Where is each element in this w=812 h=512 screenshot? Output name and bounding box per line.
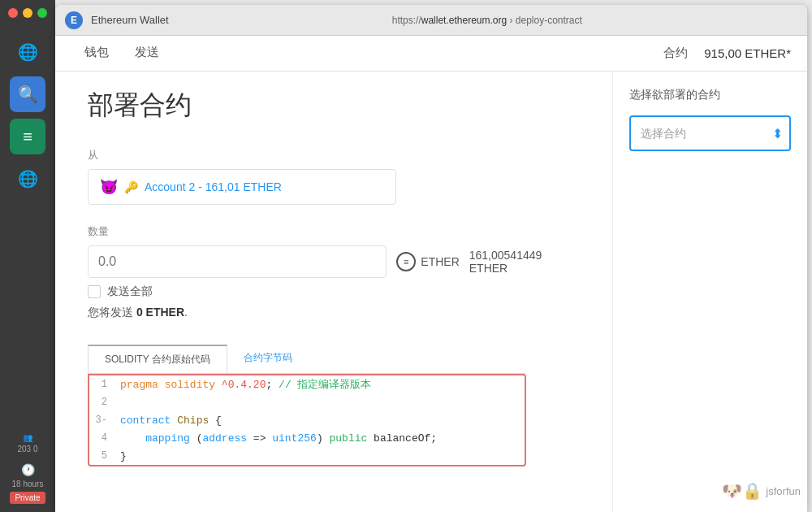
code-section: SOLIDITY 合约原始代码 合约字节码 1 pragma solidity … bbox=[88, 345, 526, 466]
send-all-checkbox[interactable] bbox=[88, 285, 101, 298]
code-line-3: 3- contract Chips { bbox=[89, 411, 525, 429]
contract-select[interactable]: 选择合约 bbox=[629, 115, 791, 151]
code-line-2: 2 bbox=[89, 393, 525, 411]
nav-contract[interactable]: 合约 bbox=[663, 46, 688, 61]
maximize-button[interactable] bbox=[37, 8, 47, 18]
sidebar-time: 18 hours bbox=[12, 479, 44, 488]
code-tabs: SOLIDITY 合约原始代码 合约字节码 bbox=[88, 345, 526, 374]
code-editor: 1 pragma solidity ^0.4.20; // 指定编译器版本 2 … bbox=[88, 374, 526, 466]
quantity-input[interactable] bbox=[88, 245, 387, 278]
tab-bytecode[interactable]: 合约字节码 bbox=[227, 345, 309, 373]
sidebar-menu-icon[interactable]: ≡ bbox=[10, 119, 45, 154]
account-selector[interactable]: 😈 🔑 Account 2 - 161,01 ETHER bbox=[88, 169, 396, 205]
watermark-emoji: 🐶🔒 bbox=[722, 481, 762, 501]
sidebar: 🌐 🔍 ≡ 🌐 👥 203 0 🕐 18 hours Private bbox=[0, 0, 55, 512]
ether-label: ETHER bbox=[421, 255, 459, 268]
browser-url: https://wallet.ethereum.org › deploy-con… bbox=[177, 15, 797, 26]
ether-badge: ≡ ETHER bbox=[396, 252, 459, 271]
account-name: Account 2 - 161,01 ETHER bbox=[145, 180, 282, 193]
main-window: E Ethereum Wallet https://wallet.ethereu… bbox=[55, 5, 807, 512]
browser-title: Ethereum Wallet bbox=[91, 14, 169, 26]
ether-icon: ≡ bbox=[396, 252, 416, 271]
nav-balance: 915,00 ETHER* bbox=[704, 46, 791, 60]
account-key-icon: 🔑 bbox=[124, 180, 138, 193]
quantity-section: 数量 ≡ ETHER 161,00541449 ETHER 发送全部 您将发送 … bbox=[88, 224, 580, 320]
clock-icon: 🕐 bbox=[21, 463, 35, 476]
watermark-text: jsforfun bbox=[766, 485, 801, 497]
ether-balance: 161,00541449 ETHER bbox=[469, 249, 580, 275]
page-title: 部署合约 bbox=[88, 88, 580, 124]
sidebar-stats: 👥 203 0 bbox=[17, 432, 37, 455]
send-all-row: 发送全部 bbox=[88, 284, 580, 299]
nav-bar: 钱包 发送 合约 915,00 ETHER* bbox=[55, 36, 807, 72]
minimize-button[interactable] bbox=[23, 8, 32, 18]
traffic-lights bbox=[0, 8, 47, 18]
sidebar-globe-icon[interactable]: 🌐 bbox=[10, 34, 45, 70]
quantity-label: 数量 bbox=[88, 224, 580, 239]
browser-bar: E Ethereum Wallet https://wallet.ethereu… bbox=[55, 5, 807, 36]
code-line-1: 1 pragma solidity ^0.4.20; // 指定编译器版本 bbox=[89, 375, 525, 393]
side-panel: 选择欲部署的合约 选择合约 ⬍ bbox=[612, 72, 807, 512]
content-area: 部署合约 从 😈 🔑 Account 2 - 161,01 ETHER 数量 ≡… bbox=[55, 72, 807, 512]
side-panel-label: 选择欲部署的合约 bbox=[629, 88, 791, 102]
close-button[interactable] bbox=[8, 8, 18, 18]
from-label: 从 bbox=[88, 148, 580, 163]
select-wrapper: 选择合约 ⬍ bbox=[629, 115, 791, 151]
nav-send[interactable]: 发送 bbox=[122, 36, 172, 72]
sidebar-bottom: 👥 203 0 🕐 18 hours Private bbox=[10, 432, 45, 512]
send-all-label[interactable]: 发送全部 bbox=[107, 284, 153, 299]
sidebar-search-icon[interactable]: 🔍 bbox=[10, 76, 45, 112]
code-line-5: 5 } bbox=[89, 447, 525, 465]
private-badge[interactable]: Private bbox=[10, 492, 45, 504]
quantity-row: ≡ ETHER 161,00541449 ETHER bbox=[88, 245, 580, 278]
tab-solidity[interactable]: SOLIDITY 合约原始代码 bbox=[88, 345, 227, 373]
nav-wallet[interactable]: 钱包 bbox=[71, 36, 122, 72]
sidebar-globe2-icon[interactable]: 🌐 bbox=[10, 161, 45, 197]
watermark: 🐶🔒 jsforfun bbox=[722, 481, 801, 501]
ethereum-logo: E bbox=[65, 11, 83, 29]
send-info: 您将发送 0 ETHER. bbox=[88, 306, 580, 320]
account-emoji: 😈 bbox=[100, 178, 118, 196]
content-main: 部署合约 从 😈 🔑 Account 2 - 161,01 ETHER 数量 ≡… bbox=[55, 72, 612, 512]
nav-right: 合约 915,00 ETHER* bbox=[663, 46, 791, 61]
code-line-4: 4 mapping (address => uint256) public ba… bbox=[89, 429, 525, 447]
send-amount: 0 ETHER bbox=[136, 306, 184, 319]
stats-icon: 👥 bbox=[23, 433, 32, 442]
